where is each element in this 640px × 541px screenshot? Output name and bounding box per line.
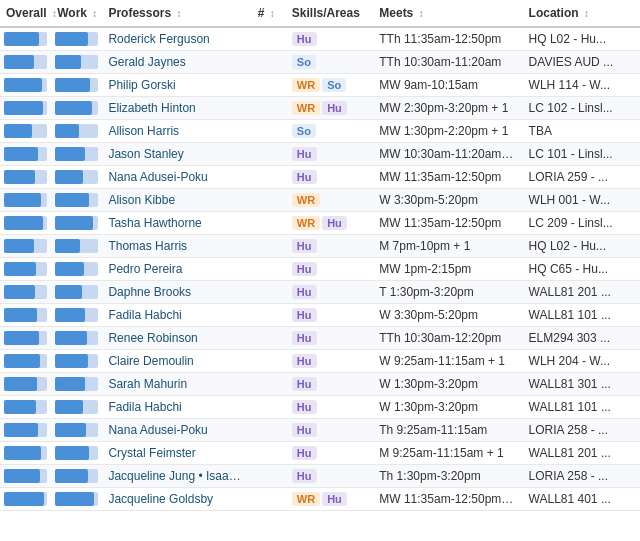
cell-skills: Hu <box>286 166 373 189</box>
table-row[interactable]: Jason StanleyHuMW 10:30am-11:20am + 1LC … <box>0 143 640 166</box>
cell-professor[interactable]: Thomas Harris <box>102 235 251 258</box>
table-row[interactable]: Tasha HawthorneWRHuMW 11:35am-12:50pmLC … <box>0 212 640 235</box>
main-table-container: Overall ↕ Work ↕ Professors ↕ # ↕ Skills… <box>0 0 640 511</box>
cell-location: WALL81 101 ... <box>523 396 640 419</box>
cell-work <box>51 442 102 465</box>
cell-professor[interactable]: Jacqueline Jung • Isaac J... <box>102 465 251 488</box>
cell-num <box>252 212 286 235</box>
cell-overall <box>0 373 51 396</box>
cell-meets: M 9:25am-11:15am + 1 <box>373 442 522 465</box>
cell-overall <box>0 74 51 97</box>
table-row[interactable]: Nana Adusei-PokuHuMW 11:35am-12:50pmLORI… <box>0 166 640 189</box>
cell-professor[interactable]: Fadila Habchi <box>102 304 251 327</box>
cell-skills: Hu <box>286 373 373 396</box>
table-row[interactable]: Fadila HabchiHuW 1:30pm-3:20pmWALL81 101… <box>0 396 640 419</box>
col-header-work[interactable]: Work ↕ <box>51 0 102 27</box>
cell-num <box>252 120 286 143</box>
cell-work <box>51 27 102 51</box>
table-row[interactable]: Philip GorskiWRSoMW 9am-10:15amWLH 114 -… <box>0 74 640 97</box>
table-row[interactable]: Elizabeth HintonWRHuMW 2:30pm-3:20pm + 1… <box>0 97 640 120</box>
cell-overall <box>0 212 51 235</box>
cell-professor[interactable]: Philip Gorski <box>102 74 251 97</box>
sort-icon-location: ↕ <box>584 8 589 19</box>
col-header-meets[interactable]: Meets ↕ <box>373 0 522 27</box>
cell-num <box>252 419 286 442</box>
table-row[interactable]: Claire DemoulinHuW 9:25am-11:15am + 1WLH… <box>0 350 640 373</box>
cell-overall <box>0 258 51 281</box>
skill-badge: Hu <box>292 423 317 437</box>
cell-professor[interactable]: Nana Adusei-Poku <box>102 419 251 442</box>
cell-overall <box>0 488 51 511</box>
table-row[interactable]: Nana Adusei-PokuHuTh 9:25am-11:15amLORIA… <box>0 419 640 442</box>
cell-skills: Hu <box>286 419 373 442</box>
cell-meets: MW 10:30am-11:20am + 1 <box>373 143 522 166</box>
skill-badge: Hu <box>292 446 317 460</box>
col-header-professors[interactable]: Professors ↕ <box>102 0 251 27</box>
cell-professor[interactable]: Gerald Jaynes <box>102 51 251 74</box>
cell-professor[interactable]: Allison Harris <box>102 120 251 143</box>
cell-location: WLH 001 - W... <box>523 189 640 212</box>
cell-num <box>252 74 286 97</box>
table-row[interactable]: Alison KibbeWRW 3:30pm-5:20pmWLH 001 - W… <box>0 189 640 212</box>
col-header-num[interactable]: # ↕ <box>252 0 286 27</box>
cell-work <box>51 373 102 396</box>
cell-meets: Th 9:25am-11:15am <box>373 419 522 442</box>
cell-meets: W 3:30pm-5:20pm <box>373 304 522 327</box>
table-row[interactable]: Gerald JaynesSoTTh 10:30am-11:20amDAVIES… <box>0 51 640 74</box>
cell-professor[interactable]: Fadila Habchi <box>102 396 251 419</box>
cell-work <box>51 488 102 511</box>
cell-professor[interactable]: Jason Stanley <box>102 143 251 166</box>
table-row[interactable]: Crystal FeimsterHuM 9:25am-11:15am + 1WA… <box>0 442 640 465</box>
cell-overall <box>0 27 51 51</box>
cell-skills: WRSo <box>286 74 373 97</box>
cell-skills: Hu <box>286 327 373 350</box>
cell-work <box>51 396 102 419</box>
cell-location: LORIA 259 - ... <box>523 166 640 189</box>
cell-meets: MW 11:35am-12:50pm <box>373 212 522 235</box>
table-row[interactable]: Pedro PereiraHuMW 1pm-2:15pmHQ C65 - Hu.… <box>0 258 640 281</box>
col-header-skills[interactable]: Skills/Areas <box>286 0 373 27</box>
cell-overall <box>0 419 51 442</box>
skill-badge: Hu <box>292 32 317 46</box>
cell-professor[interactable]: Tasha Hawthorne <box>102 212 251 235</box>
cell-work <box>51 166 102 189</box>
table-row[interactable]: Jacqueline Jung • Isaac J...HuTh 1:30pm-… <box>0 465 640 488</box>
table-row[interactable]: Roderick FergusonHuTTh 11:35am-12:50pmHQ… <box>0 27 640 51</box>
cell-professor[interactable]: Crystal Feimster <box>102 442 251 465</box>
cell-professor[interactable]: Sarah Mahurin <box>102 373 251 396</box>
cell-skills: Hu <box>286 350 373 373</box>
cell-meets: T 1:30pm-3:20pm <box>373 281 522 304</box>
cell-professor[interactable]: Daphne Brooks <box>102 281 251 304</box>
cell-professor[interactable]: Nana Adusei-Poku <box>102 166 251 189</box>
col-header-location[interactable]: Location ↕ <box>523 0 640 27</box>
cell-meets: MW 11:35am-12:50pm <box>373 166 522 189</box>
cell-num <box>252 350 286 373</box>
cell-professor[interactable]: Elizabeth Hinton <box>102 97 251 120</box>
cell-professor[interactable]: Roderick Ferguson <box>102 27 251 51</box>
table-row[interactable]: Thomas HarrisHuM 7pm-10pm + 1HQ L02 - Hu… <box>0 235 640 258</box>
table-row[interactable]: Daphne BrooksHuT 1:30pm-3:20pmWALL81 201… <box>0 281 640 304</box>
cell-skills: Hu <box>286 442 373 465</box>
cell-professor[interactable]: Alison Kibbe <box>102 189 251 212</box>
cell-num <box>252 281 286 304</box>
cell-num <box>252 304 286 327</box>
cell-professor[interactable]: Claire Demoulin <box>102 350 251 373</box>
cell-work <box>51 235 102 258</box>
col-label-meets: Meets <box>379 6 413 20</box>
cell-professor[interactable]: Jacqueline Goldsby <box>102 488 251 511</box>
cell-meets: MW 2:30pm-3:20pm + 1 <box>373 97 522 120</box>
skill-badge: WR <box>292 492 320 506</box>
cell-num <box>252 258 286 281</box>
cell-professor[interactable]: Renee Robinson <box>102 327 251 350</box>
cell-meets: Th 1:30pm-3:20pm <box>373 465 522 488</box>
skill-badge: Hu <box>292 170 317 184</box>
table-row[interactable]: Fadila HabchiHuW 3:30pm-5:20pmWALL81 101… <box>0 304 640 327</box>
col-header-overall[interactable]: Overall ↕ <box>0 0 51 27</box>
table-row[interactable]: Jacqueline GoldsbyWRHuMW 11:35am-12:50pm… <box>0 488 640 511</box>
cell-professor[interactable]: Pedro Pereira <box>102 258 251 281</box>
table-row[interactable]: Sarah MahurinHuW 1:30pm-3:20pmWALL81 301… <box>0 373 640 396</box>
table-row[interactable]: Allison HarrisSoMW 1:30pm-2:20pm + 1TBA <box>0 120 640 143</box>
cell-num <box>252 327 286 350</box>
table-row[interactable]: Renee RobinsonHuTTh 10:30am-12:20pmELM29… <box>0 327 640 350</box>
skill-badge: Hu <box>292 469 317 483</box>
